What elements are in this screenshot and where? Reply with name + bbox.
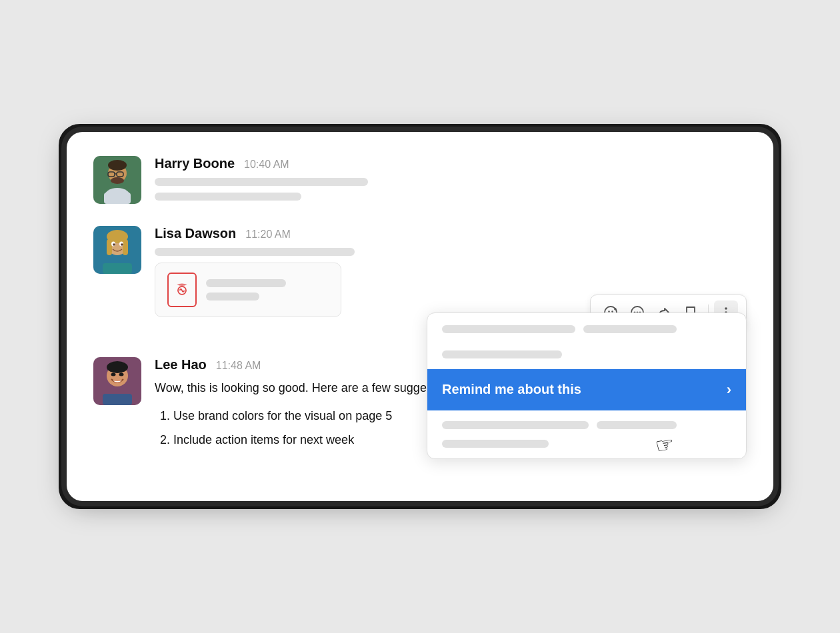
file-info	[206, 279, 286, 301]
lee-sender-name: Lee Hao	[155, 357, 207, 372]
menu-pl-top-2	[583, 325, 677, 333]
menu-pl-bottom-1	[442, 421, 589, 429]
svg-point-16	[113, 243, 115, 246]
file-attachment[interactable]	[155, 263, 341, 317]
lee-timestamp: 11:48 AM	[216, 360, 261, 372]
avatar-lee	[93, 357, 141, 405]
harry-line-2	[155, 193, 301, 201]
context-menu-item-1	[427, 313, 746, 345]
menu-pl-bottom-2	[597, 421, 677, 429]
lisa-message-header: Lisa Dawson 11:20 AM	[155, 226, 747, 241]
menu-pl-top-1	[442, 325, 575, 333]
context-menu-item-3	[427, 410, 746, 434]
svg-point-6	[111, 177, 124, 184]
avatar-harry	[93, 156, 141, 204]
svg-rect-35	[103, 394, 132, 405]
harry-timestamp: 10:40 AM	[244, 159, 289, 171]
svg-rect-12	[107, 239, 112, 255]
svg-rect-13	[123, 239, 128, 255]
context-menu-item-4	[427, 434, 746, 458]
svg-rect-8	[104, 193, 131, 204]
lisa-line-1	[155, 248, 355, 256]
avatar-lisa	[93, 226, 141, 274]
svg-point-33	[111, 372, 116, 376]
svg-point-17	[121, 243, 123, 246]
context-menu: Remind me about this ›	[427, 313, 747, 459]
svg-point-21	[608, 311, 609, 312]
harry-sender-name: Harry Boone	[155, 156, 235, 171]
message-row-harry: Harry Boone 10:40 AM	[93, 156, 747, 207]
svg-point-22	[611, 311, 613, 312]
filesize-line	[206, 293, 259, 301]
menu-pl-top-3	[442, 350, 562, 358]
message-row-lisa: Lisa Dawson 11:20 AM	[93, 226, 747, 317]
harry-line-1	[155, 178, 368, 186]
harry-message-content: Harry Boone 10:40 AM	[155, 156, 747, 207]
svg-rect-18	[103, 263, 132, 274]
remind-me-item[interactable]: Remind me about this ›	[427, 369, 746, 410]
context-menu-item-2	[427, 345, 746, 369]
harry-message-header: Harry Boone 10:40 AM	[155, 156, 747, 171]
svg-point-34	[119, 372, 124, 376]
lisa-timestamp: 11:20 AM	[245, 229, 291, 241]
svg-point-32	[107, 361, 128, 373]
svg-point-27	[725, 307, 727, 310]
svg-point-2	[108, 160, 127, 171]
filename-line	[206, 279, 286, 287]
lisa-sender-name: Lisa Dawson	[155, 226, 236, 241]
remind-me-chevron: ›	[727, 381, 731, 398]
remind-me-label: Remind me about this	[442, 382, 581, 397]
pdf-file-icon	[167, 273, 197, 307]
chat-area: Harry Boone 10:40 AM	[93, 156, 747, 454]
menu-pl-bottom-3	[442, 440, 549, 448]
chat-window: Harry Boone 10:40 AM	[67, 132, 773, 502]
